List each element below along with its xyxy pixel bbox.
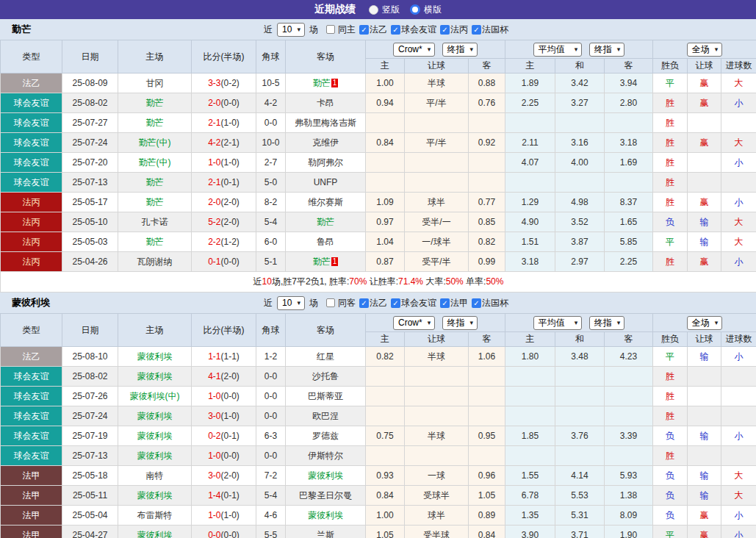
avg-away-cell: 5.85: [605, 232, 653, 252]
odds-home-cell: 0.84: [366, 133, 405, 153]
result-goals-cell: [721, 173, 756, 193]
league-checkbox[interactable]: [359, 298, 369, 308]
result-goals-cell: 小: [721, 93, 756, 113]
chevron-down-icon: ▾: [617, 318, 621, 328]
handicap-line-cell: 受平/半: [405, 252, 469, 272]
avg-select[interactable]: 平均值▾: [533, 316, 583, 330]
odds-time-select[interactable]: 终指▾: [442, 316, 478, 330]
bookmaker-select[interactable]: Crow*▾: [393, 316, 435, 330]
avg-home-cell: 4.90: [505, 212, 555, 232]
odds-time-select[interactable]: 终指▾: [442, 43, 478, 57]
league-cell: 球会友谊: [1, 426, 62, 446]
avg-draw-cell: 4.00: [555, 153, 605, 173]
away-team-cell: UNFP: [286, 173, 366, 193]
home-team-cell: 蒙彼利埃: [118, 426, 192, 446]
avg-time-select[interactable]: 终指▾: [589, 316, 625, 330]
league-checkbox[interactable]: [440, 25, 450, 35]
league-checkbox-label: 法甲: [450, 298, 468, 308]
result-wdl-cell: 胜: [653, 446, 688, 466]
avg-select[interactable]: 平均值▾: [533, 43, 583, 57]
date-cell: 25-07-27: [62, 113, 118, 133]
avg-draw-cell: 3.42: [555, 73, 605, 93]
match-row: 法丙25-05-03勤芒2-2(1-2)6-0鲁昂1.04一/球半0.821.5…: [1, 232, 756, 252]
recent-count-select[interactable]: 10▾: [277, 296, 305, 310]
avg-home-cell: 2.25: [505, 93, 555, 113]
score-cell: 1-0(0-0): [192, 446, 256, 466]
result-wdl-cell: 平: [653, 232, 688, 252]
home-team-cell: 布雷斯特: [118, 506, 192, 526]
layout-radio-vertical[interactable]: 竖版: [369, 4, 400, 16]
odds-away-cell: [469, 387, 505, 406]
corners-cell: 0-0: [256, 113, 286, 133]
score-cell: 3-0(1-0): [192, 406, 256, 426]
match-row: 法乙25-08-09甘冈3-3(0-2)10-5勤芒11.00半球0.881.8…: [1, 73, 756, 93]
result-wdl-cell: 胜: [653, 387, 688, 406]
date-cell: 25-05-04: [62, 506, 118, 526]
league-checkbox[interactable]: [391, 298, 400, 308]
avg-away-cell: 1.38: [605, 486, 653, 506]
scope-select[interactable]: 全场▾: [687, 316, 723, 330]
odds-away-cell: 1.05: [469, 486, 505, 506]
result-wdl-cell: 负: [653, 212, 688, 232]
match-row: 球会友谊25-07-20勤芒(中)1-0(1-0)2-7勒阿弗尔4.074.00…: [1, 153, 756, 173]
sub-header-handicap-result: 让球: [688, 332, 721, 347]
score-cell: 4-1(2-0): [192, 367, 256, 387]
result-wdl-cell: 负: [653, 426, 688, 446]
odds-away-cell: 0.89: [469, 506, 505, 526]
recent-count-select[interactable]: 10▾: [277, 23, 305, 37]
corners-cell: 0-0: [256, 446, 286, 466]
handicap-line-cell: 一球: [405, 466, 469, 486]
avg-time-select[interactable]: 终指▾: [589, 43, 625, 57]
odds-home-cell: 0.94: [366, 93, 405, 113]
corners-cell: 5-5: [256, 526, 286, 538]
corners-cell: 0-0: [256, 387, 286, 406]
league-checkbox[interactable]: [472, 25, 481, 35]
odds-home-cell: [366, 173, 405, 193]
sub-header-goals: 进球数: [721, 332, 756, 347]
radio-icon[interactable]: [410, 4, 420, 15]
odds-home-cell: [366, 406, 405, 426]
odds-away-cell: [469, 367, 505, 387]
score-cell: 2-2(1-2): [192, 232, 256, 252]
summary-segment: 大率:: [423, 276, 446, 287]
league-cell: 球会友谊: [1, 367, 62, 387]
red-card-badge: 1: [331, 79, 339, 87]
avg-draw-cell: 5.53: [555, 486, 605, 506]
handicap-line-cell: [405, 446, 469, 466]
odds-away-cell: 0.95: [469, 426, 505, 446]
bookmaker-select[interactable]: Crow*▾: [393, 43, 435, 57]
league-checkbox[interactable]: [391, 25, 400, 35]
score-cell: 2-1(0-1): [192, 173, 256, 193]
avg-draw-cell: [555, 113, 605, 133]
handicap-line-cell: 受球半: [405, 486, 469, 506]
avg-home-cell: [505, 367, 555, 387]
score-cell: 1-0(0-0): [192, 387, 256, 406]
col-header-date: 日期: [62, 314, 118, 347]
odds-home-cell: [366, 387, 405, 406]
summary-row: 近10场,胜7平2负1, 胜率:70% 让胜率:71.4% 大率:50% 单率:…: [1, 272, 756, 293]
radio-icon[interactable]: [369, 5, 378, 15]
odds-home-cell: 1.09: [366, 193, 405, 212]
scope-select[interactable]: 全场▾: [687, 43, 723, 57]
league-checkbox[interactable]: [472, 298, 481, 308]
match-row: 法丙25-05-17勤芒2-0(2-0)8-2维尔赛斯1.09球半0.771.2…: [1, 193, 756, 212]
result-handicap-cell: [688, 173, 721, 193]
layout-radio-horizontal[interactable]: 横版: [410, 4, 442, 16]
league-checkbox[interactable]: [440, 298, 450, 308]
sub-header-odds-home: 主: [366, 332, 405, 347]
avg-draw-cell: [555, 173, 605, 193]
summary-segment: 场,胜7平2负1, 胜率:: [272, 276, 349, 287]
result-handicap-cell: 赢: [688, 252, 721, 272]
league-cell: 法丙: [1, 193, 62, 212]
result-goals-cell: 小: [721, 193, 756, 212]
same-venue-checkbox[interactable]: [326, 25, 335, 34]
same-venue-checkbox[interactable]: [326, 298, 335, 307]
result-group-header: 全场▾: [653, 314, 756, 332]
league-checkbox-label: 法乙: [370, 298, 387, 308]
filter-controls: 近 10▾ 场 同客 法乙球会友谊法甲法国杯: [262, 296, 508, 310]
odds-home-cell: 1.05: [366, 526, 405, 538]
result-handicap-cell: [688, 406, 721, 426]
league-cell: 球会友谊: [1, 133, 62, 153]
league-checkbox[interactable]: [359, 25, 369, 35]
sub-header-odds-home: 主: [366, 59, 405, 73]
